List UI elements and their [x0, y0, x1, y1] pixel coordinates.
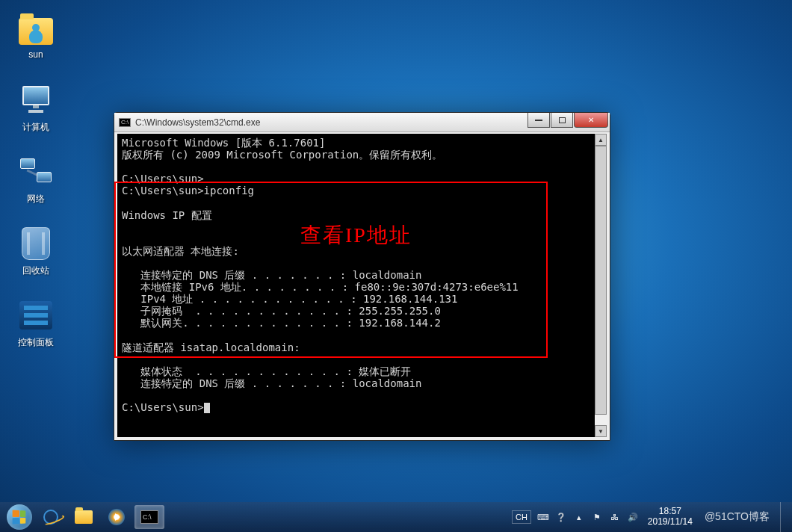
language-indicator[interactable]: CH: [512, 510, 531, 524]
terminal-line: [122, 330, 602, 341]
terminal-line: 默认网关. . . . . . . . . . . . . : 192.168.…: [122, 317, 602, 329]
cursor-icon: [204, 403, 210, 413]
start-button[interactable]: [4, 502, 34, 532]
terminal-line: [122, 233, 602, 245]
terminal-line: 连接特定的 DNS 后缀 . . . . . . . : localdomain: [122, 377, 602, 389]
scrollbar[interactable]: ▲ ▼: [595, 134, 607, 437]
network-icon: [18, 154, 54, 190]
titlebar[interactable]: C:\ C:\Windows\system32\cmd.exe ✕: [114, 113, 610, 132]
network-tray-icon[interactable]: 🖧: [609, 511, 621, 523]
internet-explorer-icon: [42, 510, 60, 525]
icon-label: 控制面板: [7, 336, 64, 349]
scroll-down-icon[interactable]: ▼: [595, 425, 607, 437]
terminal-line: 隧道适配器 isatap.localdomain:: [122, 341, 602, 353]
terminal-line: 媒体状态 . . . . . . . . . . . . : 媒体已断开: [122, 365, 602, 377]
taskbar-item-media-player[interactable]: [102, 505, 132, 529]
maximize-button[interactable]: [551, 113, 573, 128]
scroll-thumb[interactable]: [595, 146, 607, 415]
terminal-line: [122, 161, 602, 173]
terminal-line: Windows IP 配置: [122, 209, 602, 221]
terminal-line: [122, 389, 602, 401]
terminal-line: Microsoft Windows [版本 6.1.7601]: [122, 137, 602, 149]
terminal-line: [122, 353, 602, 365]
terminal-prompt: C:\Users\sun>: [122, 401, 602, 413]
media-player-icon: [108, 510, 126, 525]
desktop-icon-computer[interactable]: 计算机: [7, 82, 64, 134]
terminal-line: 子网掩码 . . . . . . . . . . . . : 255.255.2…: [122, 305, 602, 317]
desktop-icon-control-panel[interactable]: 控制面板: [7, 297, 64, 349]
icon-label: 网络: [7, 193, 64, 205]
terminal-line: IPv4 地址 . . . . . . . . . . . . : 192.16…: [122, 293, 602, 305]
terminal-line: [122, 257, 602, 269]
desktop-icon-network[interactable]: 网络: [7, 154, 64, 205]
control-panel-icon: [18, 297, 54, 333]
desktop: sun 计算机 网络 回收站 控制面板 C:\ C:\Windows\syste…: [0, 0, 792, 502]
scroll-up-icon[interactable]: ▲: [595, 134, 607, 146]
minimize-button[interactable]: [528, 113, 550, 128]
desktop-icon-sun[interactable]: sun: [7, 10, 64, 60]
windows-logo-icon: [7, 504, 32, 530]
desktop-icon-recycle-bin[interactable]: 回收站: [7, 226, 64, 277]
system-tray: CH ⌨ ❔ ▴ ⚑ 🖧 🔊 18:57 2019/11/14 @51CTO博客: [512, 502, 788, 532]
folder-user-icon: [18, 10, 54, 46]
terminal-line: 连接特定的 DNS 后缀 . . . . . . . : localdomain: [122, 269, 602, 281]
terminal-line: 版权所有 (c) 2009 Microsoft Corporation。保留所有…: [122, 149, 602, 161]
taskbar-item-ie[interactable]: [36, 505, 66, 529]
window-title: C:\Windows\system32\cmd.exe: [135, 117, 260, 128]
taskbar-item-cmd[interactable]: C:\: [134, 505, 164, 529]
clock-date: 2019/11/14: [648, 517, 693, 528]
recycle-bin-icon: [18, 226, 54, 262]
taskbar-item-explorer[interactable]: [69, 505, 99, 529]
action-center-icon[interactable]: ⚑: [591, 511, 603, 523]
file-explorer-icon: [75, 510, 93, 525]
keyboard-icon[interactable]: ⌨: [537, 511, 549, 523]
clock-time: 18:57: [648, 507, 693, 517]
close-button[interactable]: ✕: [574, 113, 608, 128]
computer-icon: [18, 82, 54, 118]
icon-label: sun: [7, 49, 64, 60]
clock[interactable]: 18:57 2019/11/14: [648, 507, 693, 528]
terminal-output[interactable]: Microsoft Windows [版本 6.1.7601] 版权所有 (c)…: [117, 134, 607, 437]
terminal-line: [122, 221, 602, 233]
terminal-line: C:\Users\sun>: [122, 173, 602, 185]
terminal-line: [122, 197, 602, 208]
cmd-titlebar-icon: C:\: [119, 118, 131, 127]
chevron-up-icon[interactable]: ▴: [573, 511, 585, 523]
show-desktop-button[interactable]: [780, 502, 788, 532]
icon-label: 计算机: [7, 121, 64, 134]
taskbar: C:\ CH ⌨ ❔ ▴ ⚑ 🖧 🔊 18:57 2019/11/14 @51C…: [0, 502, 792, 532]
cmd-icon: C:\: [140, 510, 158, 525]
watermark-text: @51CTO博客: [705, 510, 770, 524]
cmd-window[interactable]: C:\ C:\Windows\system32\cmd.exe ✕ Micros…: [114, 112, 610, 441]
terminal-line: 本地链接 IPv6 地址. . . . . . . . : fe80::9e:3…: [122, 281, 602, 293]
terminal-line: 以太网适配器 本地连接:: [122, 245, 602, 257]
terminal-line: C:\Users\sun>ipconfig: [122, 185, 602, 197]
icon-label: 回收站: [7, 265, 64, 277]
volume-icon[interactable]: 🔊: [627, 511, 639, 523]
help-icon[interactable]: ❔: [555, 511, 567, 523]
